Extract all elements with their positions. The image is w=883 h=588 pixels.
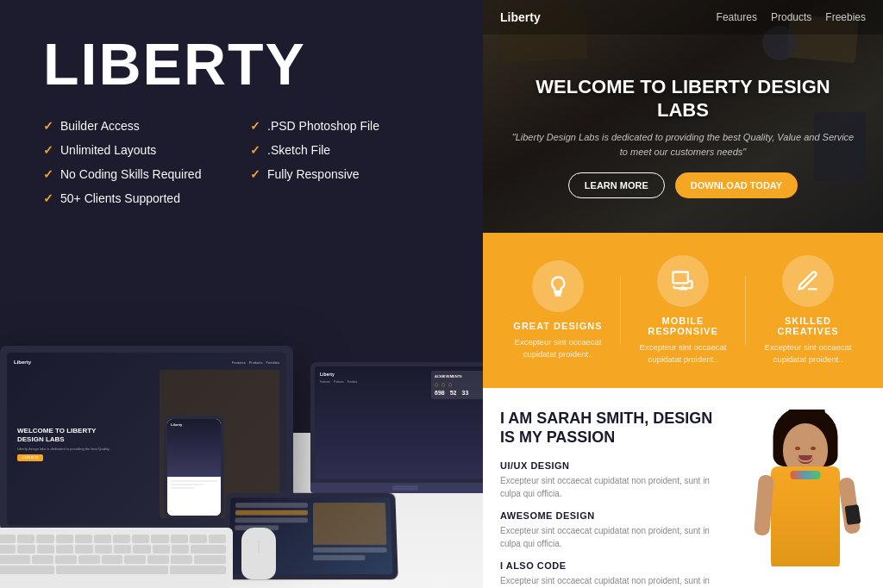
- feature-text-2: .PSD Photoshop File: [267, 119, 379, 133]
- mobile-icon-circle: [657, 255, 709, 307]
- feature-item-3: ✓ Unlimited Layouts: [43, 143, 233, 157]
- check-icon-3: ✓: [43, 143, 53, 157]
- screen-hero-title: WELCOME TO LIBERTYDESIGN LABS: [17, 427, 96, 443]
- check-icon-2: ✓: [250, 119, 260, 133]
- download-button[interactable]: DOWNLOAD TODAY: [675, 172, 798, 198]
- right-hero-content: WELCOME TO LIBERTY DESIGN LABS "Liberty …: [509, 76, 857, 198]
- woman-figure: [749, 410, 861, 566]
- screen-nav-1: Features: [232, 360, 246, 365]
- designs-icon-circle: [532, 260, 584, 312]
- right-hero-buttons: LEARN MORE DOWNLOAD TODAY: [509, 172, 857, 198]
- feature-item-1: ✓ Builder Access: [43, 119, 233, 133]
- feature-card-designs: GREAT DESIGNS Excepteur sint occaecat cu…: [496, 260, 620, 361]
- feature-item-4: ✓ .Sketch File: [250, 143, 440, 157]
- laptop-achievements: ACHIEVEMENTS ⬡ ⬡ ⬡: [431, 371, 483, 399]
- portfolio-image: [745, 410, 866, 566]
- feature-card-title-2: MOBILE RESPONSIVE: [629, 316, 736, 336]
- screen-hero-sub: Liberty design labs is dedicated to prov…: [17, 447, 112, 451]
- check-icon-6: ✓: [250, 167, 260, 181]
- feature-item-2: ✓ .PSD Photoshop File: [250, 119, 440, 133]
- right-features-section: GREAT DESIGNS Excepteur sint occaecat cu…: [483, 233, 883, 388]
- right-hero-title: WELCOME TO LIBERTY DESIGN LABS: [509, 76, 857, 122]
- portfolio-title: I AM SARAH SMITH, DESIGN IS MY PASSION: [500, 410, 728, 447]
- achievements-title: ACHIEVEMENTS: [435, 374, 483, 378]
- portfolio-section-3: I ALSO CODE Excepteur sint occaecat cupi…: [500, 560, 728, 588]
- right-nav: Liberty Features Products Freebies: [483, 0, 883, 34]
- right-nav-items: Features Products Freebies: [717, 11, 866, 23]
- right-nav-logo: Liberty: [500, 10, 541, 24]
- right-panel: Liberty Features Products Freebies WELCO…: [483, 0, 883, 588]
- left-panel: LIBERTY ✓ Builder Access ✓ .PSD Photosho…: [0, 0, 483, 588]
- feature-text-6: Fully Responsive: [267, 167, 360, 181]
- learn-more-button[interactable]: LEARN MORE: [568, 172, 665, 198]
- right-hero-subtitle: "Liberty Design Labs is dedicated to pro…: [509, 130, 857, 159]
- feature-card-title-3: SKILLED CREATIVES: [755, 316, 861, 336]
- portfolio-text: I AM SARAH SMITH, DESIGN IS MY PASSION U…: [500, 410, 728, 566]
- portfolio-section-1: UI/UX DESIGN Excepteur sint occaecat cup…: [500, 460, 728, 500]
- right-nav-freebies[interactable]: Freebies: [825, 11, 866, 23]
- creatives-icon-circle: [782, 255, 834, 307]
- portfolio-section-desc-1: Excepteur sint occaecat cupidatat non pr…: [500, 474, 728, 500]
- check-icon-5: ✓: [43, 167, 53, 181]
- right-nav-features[interactable]: Features: [717, 11, 757, 23]
- feature-card-creatives: SKILLED CREATIVES Excepteur sint occaeca…: [746, 255, 870, 366]
- check-icon-1: ✓: [43, 119, 53, 133]
- keyboard-mockup: [0, 528, 233, 588]
- achievement-2: 52: [450, 390, 457, 396]
- feature-text-3: Unlimited Layouts: [60, 143, 156, 157]
- feature-card-desc-1: Excepteur sint occaecat cupidatat proide…: [504, 336, 611, 361]
- screen-learn-btn: LEARN MORE: [17, 454, 43, 461]
- mockup-container: Liberty Features Products Freebies WELCO…: [0, 243, 483, 588]
- feature-text-1: Builder Access: [60, 119, 140, 133]
- monitor-icon: [671, 269, 695, 293]
- feature-card-title-1: GREAT DESIGNS: [513, 321, 602, 331]
- feature-text-5: No Coding Skills Required: [60, 167, 201, 181]
- phone-mockup: Liberty: [164, 416, 224, 519]
- feature-text-7: 50+ Clients Supported: [60, 191, 180, 205]
- feature-text-4: .Sketch File: [267, 143, 330, 157]
- portfolio-section-title-3: I ALSO CODE: [500, 560, 728, 571]
- feature-card-desc-3: Excepteur sint occaecat cupidatat proide…: [755, 341, 861, 366]
- screen-nav-2: Products: [249, 360, 263, 365]
- feature-item-6: ✓ Fully Responsive: [250, 167, 440, 181]
- right-portfolio-section: I AM SARAH SMITH, DESIGN IS MY PASSION U…: [483, 388, 883, 588]
- portfolio-section-title-1: UI/UX DESIGN: [500, 460, 728, 471]
- check-icon-7: ✓: [43, 191, 53, 205]
- portfolio-section-desc-3: Excepteur sint occaecat cupidatat non pr…: [500, 574, 728, 588]
- portfolio-section-title-2: AWESOME DESIGN: [500, 510, 728, 521]
- screen-nav-3: Freebies: [266, 360, 279, 365]
- pencil-icon: [796, 269, 820, 293]
- check-icon-4: ✓: [250, 143, 260, 157]
- feature-item-5: ✓ No Coding Skills Required: [43, 167, 233, 181]
- features-grid: ✓ Builder Access ✓ .PSD Photoshop File ✓…: [43, 119, 440, 205]
- feature-card-desc-2: Excepteur sint occaecat cupidatat proide…: [629, 341, 736, 366]
- portfolio-section-2: AWESOME DESIGN Excepteur sint occaecat c…: [500, 510, 728, 550]
- lightbulb-icon: [546, 274, 570, 298]
- svg-rect-0: [673, 272, 688, 283]
- right-hero-section: Liberty Features Products Freebies WELCO…: [483, 0, 883, 233]
- achievement-3: 33: [461, 390, 468, 396]
- mouse-mockup: [241, 528, 276, 579]
- feature-item-7: ✓ 50+ Clients Supported: [43, 191, 233, 205]
- brand-title: LIBERTY: [43, 34, 440, 93]
- achievement-1: 698: [435, 390, 445, 396]
- screen-logo: Liberty: [14, 360, 31, 365]
- feature-card-mobile: MOBILE RESPONSIVE Excepteur sint occaeca…: [621, 255, 745, 366]
- right-nav-products[interactable]: Products: [771, 11, 811, 23]
- portfolio-section-desc-2: Excepteur sint occaecat cupidatat non pr…: [500, 524, 728, 550]
- laptop-mockup: Liberty Features Products Freebies ACHIE…: [310, 362, 483, 493]
